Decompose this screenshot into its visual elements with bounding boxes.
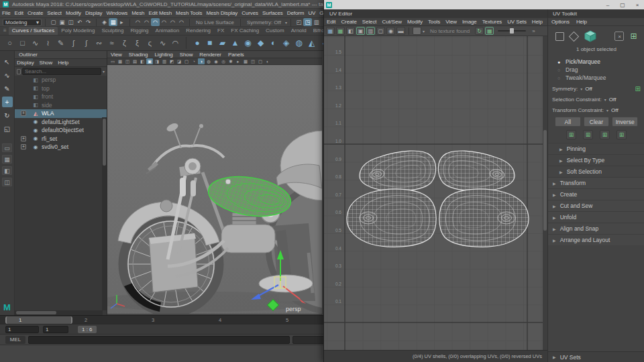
menu-item[interactable]: Deform [285, 9, 307, 17]
menu-item[interactable]: Edit [13, 9, 25, 17]
snap-to-point-icon[interactable]: ◠ [151, 18, 160, 26]
uv-menu-item[interactable]: Create [338, 18, 359, 25]
open-scene-icon[interactable]: ▣ [58, 18, 66, 26]
toolkit-section-header[interactable]: ▶ Select By Type [548, 154, 644, 166]
bake-texture-icon[interactable]: ▦ [485, 27, 494, 35]
pencil-curve-icon[interactable]: ✎ [55, 37, 66, 49]
uv-checker-icon[interactable]: ▢ [376, 27, 385, 35]
expand-icon[interactable]: + [21, 136, 26, 141]
toolkit-section-header[interactable]: ▶ Arrange and Layout [548, 234, 644, 245]
convert-to-shell-icon[interactable]: ⊞ [616, 130, 627, 139]
toolkit-section-header[interactable]: ▶ Soft Selection [548, 166, 644, 177]
uv-shaded-icon[interactable]: ▦ [336, 27, 345, 35]
shelf-tab[interactable]: Custom [262, 27, 288, 35]
viewport-menu-item[interactable]: Lighting [151, 51, 176, 58]
texture-swatch[interactable] [413, 27, 421, 35]
toolkit-dropdown-field[interactable]: Symmetry: ▾ Off ⊞ [548, 83, 644, 94]
render-view-icon[interactable]: ◰ [294, 18, 303, 26]
arc-curve-icon[interactable]: ʃ [68, 37, 79, 49]
selection-button[interactable]: Inverse [612, 117, 638, 127]
outliner-menu-item[interactable]: Display [15, 59, 36, 66]
viewport-toolbar-icon[interactable]: ▤ [131, 58, 138, 64]
uv-canvas[interactable]: 1.51.41.31.21.11.00.90.80.70.60.50.40.30… [324, 36, 543, 350]
poly-soccerball-icon[interactable]: ◍ [293, 37, 305, 49]
viewport-toolbar-icon[interactable]: ◐ [264, 58, 271, 64]
lasso-tool-icon[interactable]: ∿ [2, 70, 13, 80]
menu-item[interactable]: Create [25, 9, 45, 17]
minimize-icon[interactable]: – [600, 0, 615, 9]
shelf-tab[interactable]: FX Caching [227, 27, 262, 35]
viewport-toolbar-icon[interactable]: ▥ [161, 58, 168, 64]
shelf-tab[interactable]: Poly Modeling [58, 27, 98, 35]
scale-tool-icon[interactable]: ◱ [2, 123, 13, 134]
detach-curve-icon[interactable]: ≈ [106, 37, 117, 49]
expand-icon[interactable]: + [21, 111, 26, 116]
shelf-tab[interactable]: Rendering [182, 27, 214, 35]
viewport-toolbar-icon[interactable]: ▢ [257, 58, 264, 64]
menu-item[interactable]: Curves [239, 9, 260, 17]
select-by-hierarchy-icon[interactable]: ◈ [100, 18, 109, 26]
save-scene-icon[interactable]: ◫ [66, 18, 75, 26]
viewport-toolbar-icon[interactable]: ◑ [198, 58, 205, 64]
uv-menu-item[interactable]: Help [529, 18, 545, 25]
toolkit-dropdown-field[interactable]: Selection Constraint: ▾ Off ⊞ [548, 94, 644, 105]
uv-border-icon[interactable]: ▣ [356, 27, 365, 35]
toolkit-section-header[interactable]: ▶ Transform [548, 177, 644, 188]
menu-item[interactable]: Mesh Tools [174, 9, 204, 17]
uv-menu-item[interactable]: Textures [480, 18, 504, 25]
make-live-icon[interactable]: ◠ [177, 18, 186, 26]
viewport-toolbar-icon[interactable]: ✱ [227, 58, 234, 64]
viewport-toolbar-icon[interactable]: ◧ [139, 58, 146, 64]
selection-mode-radio[interactable]: ○ Drag [557, 66, 644, 74]
poly-disc-icon[interactable]: ◐ [268, 37, 279, 49]
render-settings-icon[interactable]: ▥ [312, 18, 321, 26]
current-frame-block[interactable]: 1 [5, 316, 72, 324]
viewport-toolbar-icon[interactable]: ◫ [124, 58, 131, 64]
convert-to-face-icon[interactable]: ⊞ [600, 130, 610, 139]
uv-menu-item[interactable]: Edit [324, 18, 338, 25]
ep-curve-icon[interactable]: ≀ [42, 37, 54, 49]
menu-item[interactable]: Select [45, 9, 64, 17]
close-icon[interactable]: × [630, 0, 644, 9]
rebuild-curve-icon[interactable]: ∿ [157, 37, 168, 49]
poly-pyramid-icon[interactable]: ◭ [306, 37, 317, 49]
persp-outliner-layout-button[interactable]: ◧ [2, 166, 12, 175]
ipr-render-icon[interactable]: ◳ [303, 18, 312, 26]
mel-input[interactable] [28, 336, 290, 344]
outliner-horizontal-scrollbar[interactable] [15, 310, 103, 315]
live-surface-label[interactable]: No Live Surface [193, 19, 237, 25]
viewport-toolbar-icon[interactable]: ▦ [117, 58, 123, 64]
lasso-select-icon[interactable] [569, 31, 580, 42]
snap-to-grid-icon[interactable]: ◠ [133, 18, 142, 26]
four-pane-layout-button[interactable]: ▦ [2, 155, 12, 164]
viewport-toolbar-icon[interactable]: ▭ [109, 58, 116, 64]
single-pane-layout-button[interactable]: ▭ [2, 143, 12, 152]
refresh-texture-icon[interactable]: ↻ [475, 27, 484, 35]
viewport-toolbar-icon[interactable]: ▣ [146, 58, 153, 64]
uv-menu-item[interactable]: UV Sets [504, 18, 529, 25]
offset-curve-icon[interactable]: ς [144, 37, 156, 49]
set-item[interactable]: + ◉ rfi_set [15, 135, 107, 143]
uv-menu-item[interactable]: Select [360, 18, 380, 25]
pixel-snap-icon[interactable]: ◉ [386, 27, 395, 35]
viewport-toolbar-icon[interactable]: ◉ [213, 58, 219, 64]
menu-item[interactable]: Modify [64, 9, 83, 17]
poly-sphere-icon[interactable]: ● [186, 37, 203, 49]
uv-grid-icon[interactable]: ▦ [326, 27, 335, 35]
playback-range-display[interactable]: 1 : 6 [78, 326, 97, 333]
marquee-select-icon[interactable] [555, 32, 564, 41]
menu-item[interactable]: File [0, 9, 13, 17]
selection-button[interactable]: Clear [584, 117, 610, 127]
select-tool-icon[interactable]: ↖ [2, 56, 13, 67]
viewport-menu-item[interactable]: View [107, 51, 125, 58]
shelf-tab[interactable]: Rigging [127, 27, 152, 35]
uv-menu-item[interactable]: Image [460, 18, 480, 25]
viewport-menu-item[interactable]: Shading [125, 51, 152, 58]
set-item[interactable]: + ◉ defaultObjectSet [15, 126, 107, 135]
fillet-curve-icon[interactable]: ◠ [170, 37, 181, 49]
toolkit-menu-item[interactable]: Help [573, 18, 590, 25]
menu-set-dropdown[interactable]: Modeling ▾ [3, 19, 42, 26]
uv-menu-item[interactable]: View [443, 18, 460, 25]
toolkit-menu-item[interactable]: Options [548, 18, 573, 25]
select-by-object-icon[interactable]: ▦ [109, 18, 117, 26]
